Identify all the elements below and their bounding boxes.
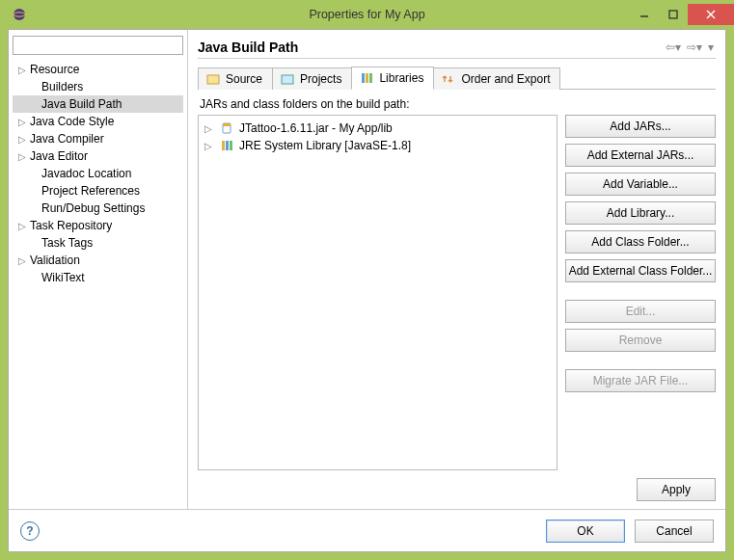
bottom-buttons: OK Cancel xyxy=(546,520,714,543)
tab-label: Order and Export xyxy=(461,72,550,86)
library-item-label: JRE System Library [JavaSE-1.8] xyxy=(239,139,411,152)
jar-icon xyxy=(220,121,233,135)
window-controls xyxy=(630,4,734,25)
tree-item-label: Resource xyxy=(30,63,79,76)
cancel-button[interactable]: Cancel xyxy=(635,520,714,543)
svg-rect-3 xyxy=(669,11,677,18)
library-actions: Add JARs... Add External JARs... Add Var… xyxy=(565,115,716,470)
category-tree[interactable]: ▷ResourceBuildersJava Build Path▷Java Co… xyxy=(13,61,183,505)
libraries-icon xyxy=(360,71,373,85)
tree-item-java-code-style[interactable]: ▷Java Code Style xyxy=(13,113,183,130)
tree-item-label: Java Build Path xyxy=(41,97,122,111)
libraries-list[interactable]: ▷JTattoo-1.6.11.jar - My App/lib▷JRE Sys… xyxy=(198,115,557,470)
tree-item-label: Java Compiler xyxy=(30,132,104,146)
edit-button: Edit... xyxy=(565,300,716,323)
svg-rect-6 xyxy=(207,75,219,84)
svg-rect-13 xyxy=(222,141,225,150)
tree-item-wikitext[interactable]: WikiText xyxy=(13,269,183,286)
dialog-body: ▷ResourceBuildersJava Build Path▷Java Co… xyxy=(8,29,726,552)
svg-rect-8 xyxy=(362,73,365,83)
tab-bar: SourceProjectsLibrariesOrder and Export xyxy=(198,65,716,90)
svg-rect-12 xyxy=(223,123,231,126)
tree-item-label: Javadoc Location xyxy=(41,167,131,180)
tree-item-java-editor[interactable]: ▷Java Editor xyxy=(13,147,183,165)
source-icon xyxy=(206,72,220,86)
jre-icon xyxy=(220,139,233,152)
expand-arrow-icon: ▷ xyxy=(18,117,30,127)
expand-arrow-icon: ▷ xyxy=(204,141,214,151)
tree-item-builders[interactable]: Builders xyxy=(13,78,183,95)
help-icon[interactable]: ? xyxy=(20,521,40,541)
close-button[interactable] xyxy=(688,4,734,25)
tree-item-task-repository[interactable]: ▷Task Repository xyxy=(13,217,183,234)
main-row: ▷ResourceBuildersJava Build Path▷Java Co… xyxy=(9,30,725,509)
expand-arrow-icon: ▷ xyxy=(18,134,30,145)
nav-forward-icon[interactable]: ⇨▾ xyxy=(685,40,704,54)
library-item[interactable]: ▷JRE System Library [JavaSE-1.8] xyxy=(204,137,551,154)
libraries-caption: JARs and class folders on the build path… xyxy=(200,97,714,111)
expand-arrow-icon: ▷ xyxy=(18,255,30,266)
add-library-button[interactable]: Add Library... xyxy=(565,201,716,225)
expand-arrow-icon: ▷ xyxy=(204,123,214,134)
libraries-row: ▷JTattoo-1.6.11.jar - My App/lib▷JRE Sys… xyxy=(198,115,716,470)
tree-item-label: Project References xyxy=(41,184,140,198)
page-title: Java Build Path xyxy=(198,40,298,55)
page-header: Java Build Path ⇦▾ ⇨▾ ▾ xyxy=(198,36,716,59)
title-bar: Properties for My App xyxy=(0,0,734,29)
tree-item-label: Task Tags xyxy=(41,236,93,250)
tab-libraries[interactable]: Libraries xyxy=(351,67,434,90)
tab-label: Source xyxy=(226,72,262,86)
tree-item-label: Task Repository xyxy=(30,219,112,232)
svg-rect-9 xyxy=(366,73,368,83)
add-class-folder-button[interactable]: Add Class Folder... xyxy=(565,230,716,253)
tree-item-label: Run/Debug Settings xyxy=(41,201,145,215)
tab-order[interactable]: Order and Export xyxy=(433,67,560,90)
library-item-label: JTattoo-1.6.11.jar - My App/lib xyxy=(239,121,393,135)
add-external-class-folder-button[interactable]: Add External Class Folder... xyxy=(565,259,716,282)
tree-item-label: Validation xyxy=(30,253,80,267)
order-icon xyxy=(442,72,455,86)
svg-rect-7 xyxy=(282,75,293,84)
expand-arrow-icon: ▷ xyxy=(18,151,30,162)
maximize-button[interactable] xyxy=(659,4,688,25)
apply-row: Apply xyxy=(198,470,716,501)
svg-point-0 xyxy=(14,9,25,20)
add-variable-button[interactable]: Add Variable... xyxy=(565,173,716,196)
nav-back-icon[interactable]: ⇦▾ xyxy=(664,40,683,54)
remove-button: Remove xyxy=(565,329,716,352)
tab-projects[interactable]: Projects xyxy=(272,67,352,90)
window-title: Properties for My App xyxy=(309,8,424,21)
library-item[interactable]: ▷JTattoo-1.6.11.jar - My App/lib xyxy=(204,120,551,137)
filter-input[interactable] xyxy=(13,36,183,55)
migrate-jar-button: Migrate JAR File... xyxy=(565,369,716,392)
tree-item-run-debug-settings[interactable]: Run/Debug Settings xyxy=(13,200,183,217)
expand-arrow-icon: ▷ xyxy=(18,65,30,75)
bottom-bar: ? OK Cancel xyxy=(9,509,725,551)
tab-source[interactable]: Source xyxy=(198,67,273,90)
tree-item-label: WikiText xyxy=(41,271,85,284)
tree-item-resource[interactable]: ▷Resource xyxy=(13,61,183,78)
tree-item-label: Java Editor xyxy=(30,149,88,163)
svg-rect-10 xyxy=(369,73,372,83)
tree-item-java-build-path[interactable]: Java Build Path xyxy=(13,95,183,113)
add-jars-button[interactable]: Add JARs... xyxy=(565,115,716,138)
tree-item-validation[interactable]: ▷Validation xyxy=(13,252,183,269)
add-external-jars-button[interactable]: Add External JARs... xyxy=(565,144,716,167)
tree-item-project-references[interactable]: Project References xyxy=(13,182,183,200)
ok-button[interactable]: OK xyxy=(546,520,625,543)
svg-rect-14 xyxy=(226,141,229,150)
tree-item-label: Java Code Style xyxy=(30,115,114,128)
tree-item-task-tags[interactable]: Task Tags xyxy=(13,234,183,252)
page-nav: ⇦▾ ⇨▾ ▾ xyxy=(664,40,716,54)
projects-icon xyxy=(281,72,294,86)
tree-item-java-compiler[interactable]: ▷Java Compiler xyxy=(13,130,183,147)
svg-rect-15 xyxy=(230,141,232,150)
eclipse-app-icon xyxy=(12,7,27,22)
tab-label: Libraries xyxy=(379,71,423,85)
settings-pane: Java Build Path ⇦▾ ⇨▾ ▾ SourceProjectsLi… xyxy=(188,30,725,509)
category-pane: ▷ResourceBuildersJava Build Path▷Java Co… xyxy=(9,30,188,509)
nav-menu-icon[interactable]: ▾ xyxy=(706,40,716,54)
apply-button[interactable]: Apply xyxy=(637,478,716,501)
minimize-button[interactable] xyxy=(630,4,659,25)
tree-item-javadoc-location[interactable]: Javadoc Location xyxy=(13,165,183,182)
